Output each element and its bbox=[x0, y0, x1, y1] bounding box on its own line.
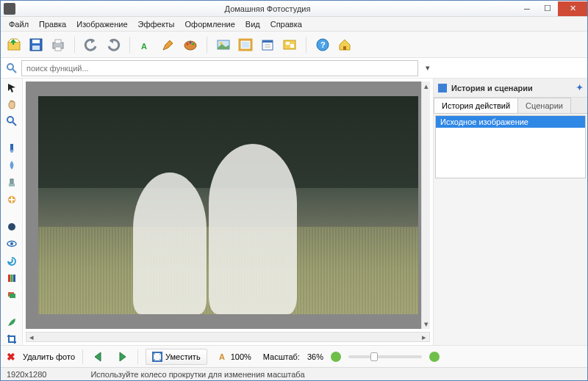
svg-rect-30 bbox=[10, 144, 13, 150]
main-toolbar: A ? bbox=[1, 32, 587, 58]
right-panel-title: История и сценарии bbox=[451, 84, 533, 92]
status-hint: Используйте колесо прокрутки для изменен… bbox=[90, 370, 304, 379]
eye-tool-icon[interactable] bbox=[4, 239, 19, 250]
svg-rect-6 bbox=[55, 47, 61, 51]
tab-scenarios[interactable]: Сценарии bbox=[517, 98, 571, 113]
zoom-100-button[interactable]: A 100% bbox=[215, 350, 256, 363]
zoom-slider[interactable] bbox=[348, 355, 422, 358]
fit-button[interactable]: Уместить bbox=[146, 349, 207, 365]
main-area: ▴▾ ◂▸ История и сценарии ✦ История дейст… bbox=[1, 79, 587, 345]
delete-photo-button[interactable]: Удалить фото bbox=[23, 352, 75, 361]
menu-view[interactable]: Вид bbox=[240, 18, 265, 30]
zoom-tool-icon[interactable] bbox=[4, 115, 19, 126]
menu-image[interactable]: Изображение bbox=[71, 18, 132, 30]
fit-icon bbox=[152, 352, 162, 362]
undo-icon[interactable] bbox=[82, 36, 100, 54]
svg-rect-5 bbox=[55, 40, 61, 43]
delete-icon: ✖ bbox=[7, 351, 15, 363]
palette-icon[interactable] bbox=[182, 36, 199, 54]
menu-edit[interactable]: Правка bbox=[34, 18, 71, 30]
layers-tool-icon[interactable] bbox=[4, 289, 19, 300]
app-icon bbox=[4, 3, 15, 15]
menu-help[interactable]: Справка bbox=[265, 18, 307, 30]
frame-icon[interactable] bbox=[237, 36, 254, 54]
photo-preview bbox=[38, 96, 418, 314]
image-icon[interactable] bbox=[215, 36, 232, 54]
pointer-tool-icon[interactable] bbox=[4, 81, 19, 92]
svg-rect-17 bbox=[262, 40, 273, 43]
crop-tool-icon[interactable] bbox=[4, 334, 19, 345]
pen-icon[interactable] bbox=[159, 36, 177, 54]
calendar-icon[interactable] bbox=[259, 36, 276, 54]
collage-icon[interactable] bbox=[281, 36, 298, 54]
svg-point-10 bbox=[190, 41, 192, 43]
zoom-in-button[interactable] bbox=[429, 352, 440, 362]
svg-rect-2 bbox=[32, 40, 40, 43]
history-item[interactable]: Исходное изображение bbox=[436, 116, 585, 128]
svg-rect-37 bbox=[8, 275, 10, 282]
zoom-out-button[interactable] bbox=[331, 352, 341, 362]
close-button[interactable]: ✕ bbox=[558, 1, 587, 16]
canvas[interactable]: ▴▾ bbox=[26, 81, 430, 329]
leaf-tool-icon[interactable] bbox=[4, 317, 19, 328]
next-button[interactable] bbox=[114, 349, 130, 364]
svg-point-9 bbox=[187, 43, 189, 45]
heal-tool-icon[interactable] bbox=[4, 194, 19, 205]
svg-rect-31 bbox=[10, 179, 13, 184]
save-icon[interactable] bbox=[27, 36, 45, 54]
prev-button[interactable] bbox=[90, 349, 107, 364]
canvas-wrap: ▴▾ ◂▸ bbox=[23, 79, 433, 345]
titlebar: Домашняя Фотостудия ─ ☐ ✕ bbox=[1, 1, 587, 17]
zoom-100-label: 100% bbox=[231, 352, 251, 361]
menu-effects[interactable]: Эффекты bbox=[133, 18, 180, 30]
svg-rect-41 bbox=[10, 294, 15, 298]
svg-rect-15 bbox=[242, 42, 249, 48]
image-dimensions: 1920x1280 bbox=[7, 370, 46, 379]
menu-design[interactable]: Оформление bbox=[180, 18, 240, 30]
vertical-scrollbar[interactable]: ▴▾ bbox=[421, 81, 430, 329]
search-row: ▾ bbox=[1, 58, 587, 79]
svg-rect-3 bbox=[32, 46, 40, 50]
horizontal-scrollbar[interactable]: ◂▸ bbox=[26, 332, 430, 342]
menubar: Файл Правка Изображение Эффекты Оформлен… bbox=[1, 17, 587, 32]
right-panel: История и сценарии ✦ История действий Сц… bbox=[433, 79, 587, 345]
open-icon[interactable] bbox=[5, 36, 23, 54]
redo-icon[interactable] bbox=[104, 36, 122, 54]
search-icon bbox=[5, 62, 18, 75]
home-icon[interactable] bbox=[336, 36, 354, 54]
minimize-button[interactable]: ─ bbox=[517, 1, 537, 16]
swirl-tool-icon[interactable] bbox=[4, 255, 19, 266]
svg-rect-21 bbox=[286, 42, 290, 45]
panel-expand-icon[interactable]: ✦ bbox=[576, 83, 583, 92]
svg-point-11 bbox=[193, 43, 195, 45]
svg-point-36 bbox=[10, 242, 13, 245]
svg-point-28 bbox=[7, 117, 13, 123]
help-icon[interactable]: ? bbox=[314, 36, 331, 54]
darken-tool-icon[interactable] bbox=[4, 222, 19, 233]
hand-tool-icon[interactable] bbox=[4, 98, 19, 109]
svg-rect-25 bbox=[343, 46, 346, 50]
blur-tool-icon[interactable] bbox=[4, 160, 19, 171]
zoom-label: Масштаб: bbox=[263, 352, 300, 361]
menu-file[interactable]: Файл bbox=[4, 18, 34, 30]
reset-zoom-icon: A bbox=[219, 352, 228, 361]
rgb-tool-icon[interactable] bbox=[4, 272, 19, 283]
svg-text:A: A bbox=[141, 42, 147, 51]
search-input[interactable] bbox=[21, 60, 418, 76]
status-bar: 1920x1280 Используйте колесо прокрутки д… bbox=[1, 367, 587, 380]
maximize-button[interactable]: ☐ bbox=[537, 1, 558, 16]
svg-line-29 bbox=[12, 122, 16, 126]
svg-rect-38 bbox=[10, 275, 12, 282]
right-panel-header: История и сценарии ✦ bbox=[434, 79, 587, 98]
tab-history[interactable]: История действий bbox=[434, 98, 518, 113]
print-icon[interactable] bbox=[49, 36, 67, 54]
history-list[interactable]: Исходное изображение bbox=[435, 115, 586, 178]
window-title: Домашняя Фотостудия bbox=[18, 4, 517, 13]
brush-tool-icon[interactable] bbox=[4, 143, 19, 154]
text-icon[interactable]: A bbox=[137, 36, 155, 54]
search-dropdown-icon[interactable]: ▾ bbox=[421, 63, 434, 73]
bottom-bar: ✖ Удалить фото Уместить A 100% Масштаб: … bbox=[1, 345, 587, 367]
fit-label: Уместить bbox=[165, 352, 201, 361]
clone-tool-icon[interactable] bbox=[4, 177, 19, 188]
svg-rect-32 bbox=[9, 184, 15, 186]
